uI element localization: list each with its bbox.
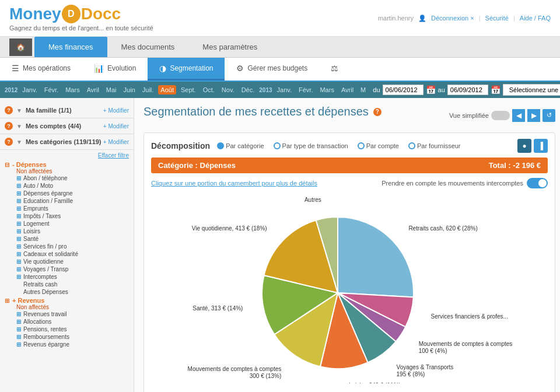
home-button[interactable]: 🏠 xyxy=(9,38,32,56)
categories-help-icon[interactable]: ? xyxy=(5,138,13,146)
radio-par-compte[interactable]: Par compte xyxy=(358,142,399,149)
securite-link[interactable]: Sécurité xyxy=(485,15,509,22)
month-avril[interactable]: Avril xyxy=(85,85,102,94)
du-label: du xyxy=(373,86,380,93)
cat-voyages[interactable]: ⊞Voyages / Transp xyxy=(9,265,129,273)
month-avril2[interactable]: Avril xyxy=(339,85,356,94)
cat-non-affectes-rev[interactable]: Non affectés xyxy=(9,304,129,310)
month-oct[interactable]: Oct. xyxy=(201,85,217,94)
cat-autres-depenses[interactable]: Autres Dépenses xyxy=(9,288,129,296)
tab-mes-parametres[interactable]: Mes paramètres xyxy=(188,37,271,57)
cat-impots-taxes[interactable]: ⊞Impôts / Taxes xyxy=(9,212,129,220)
month-mai[interactable]: Mai xyxy=(104,85,119,94)
radio-label-type: Par type de transaction xyxy=(282,142,348,149)
pie-label-7: Vie quotidienne, 413 € (18%) xyxy=(192,225,267,232)
radio-par-fournisseur[interactable]: Par fournisseur xyxy=(408,142,461,149)
sub-tab-operations[interactable]: ☰ Mes opérations xyxy=(0,58,82,80)
sidebar-famille-left: ? ▼ Ma famille (1/1) xyxy=(5,106,72,114)
comptes-help-icon[interactable]: ? xyxy=(5,122,13,130)
pie-slice-0[interactable] xyxy=(338,217,414,298)
year-2012-label: 2012 xyxy=(5,87,18,93)
period-select[interactable]: Sélectionnez une période xyxy=(503,84,560,96)
sub-tab-segmentation[interactable]: ◑ Segmentation xyxy=(148,58,225,80)
calendar-icon-from[interactable]: 📅 xyxy=(426,85,436,94)
cat-vie-quot[interactable]: ⊞Vie quotidienne xyxy=(9,258,129,265)
from-date-input[interactable] xyxy=(383,85,424,95)
cat-abon-tel[interactable]: ⊞Abon / téléphone xyxy=(9,174,129,182)
sep1: | xyxy=(479,15,481,22)
cat-auto-moto[interactable]: ⊞Auto / Moto xyxy=(9,182,129,190)
cat-sante[interactable]: ⊞Santé xyxy=(9,235,129,243)
cat-retraits-cash[interactable]: Retraits cash xyxy=(9,281,129,288)
clear-filter-link[interactable]: Effacer filtre xyxy=(5,152,129,159)
month-aout[interactable]: Août xyxy=(158,85,176,94)
cat-depenses-epargne[interactable]: ⊞Dépenses épargne xyxy=(9,190,129,197)
cat-revenus-travail[interactable]: ⊞Revenues travail xyxy=(9,310,129,318)
aide-link[interactable]: Aide / FAQ xyxy=(520,15,551,22)
chart-toggle: Prendre en compte les mouvements interco… xyxy=(382,178,548,188)
cat-remboursements[interactable]: ⊞Remboursements xyxy=(9,333,129,341)
month-m[interactable]: M xyxy=(358,85,368,94)
chart-detail-link[interactable]: Cliquez sur une portion du camembert pou… xyxy=(151,180,317,187)
cat-logement[interactable]: ⊞Logement xyxy=(9,220,129,228)
radio-group: Par catégorie Par type de transaction Pa… xyxy=(217,142,460,149)
cat-emprunts[interactable]: ⊞Emprunts xyxy=(9,205,129,212)
tab-mes-finances[interactable]: Mes finances xyxy=(34,37,107,57)
cat-intercomptes[interactable]: ⊞Intercomptes xyxy=(9,273,129,281)
content-help-icon[interactable]: ? xyxy=(373,108,382,116)
bar-chart-view-button[interactable]: ▐ xyxy=(534,139,548,153)
sidebar-comptes-section: ? ▼ Mes comptes (4/4) + Modifier xyxy=(0,118,134,134)
intercomptes-toggle[interactable] xyxy=(527,178,548,188)
month-janv2[interactable]: Janv. xyxy=(275,85,294,94)
revenus-items: Non affectés ⊞Revenues travail ⊞Allocati… xyxy=(5,304,129,348)
pie-chart-view-button[interactable]: ● xyxy=(517,139,531,153)
sidebar: ? ▼ Ma famille (1/1) + Modifier ? ▼ Mes … xyxy=(0,98,134,392)
radio-par-type[interactable]: Par type de transaction xyxy=(274,142,348,149)
radio-par-categorie[interactable]: Par catégorie xyxy=(217,142,264,149)
content-area: Segmentation de mes recettes et dépenses… xyxy=(134,98,560,392)
month-janv[interactable]: Janv. xyxy=(20,85,39,94)
cat-non-affectees[interactable]: Non affectées xyxy=(9,168,129,174)
cat-cadeaux[interactable]: ⊞Cadeaux et solidarité xyxy=(9,250,129,258)
to-date-input[interactable] xyxy=(447,85,488,95)
revenus-label[interactable]: ⊞ + Revenus xyxy=(5,297,129,304)
comptes-modify-link[interactable]: + Modifier xyxy=(103,123,129,130)
sidebar-categories-header[interactable]: ? ▼ Mes catégories (119/119) + Modifier xyxy=(5,138,129,146)
refresh-button[interactable]: ↺ xyxy=(542,109,555,122)
sidebar-comptes-header[interactable]: ? ▼ Mes comptes (4/4) + Modifier xyxy=(5,122,129,130)
sidebar-famille-header[interactable]: ? ▼ Ma famille (1/1) + Modifier xyxy=(5,106,129,114)
logo: Money D Doc c xyxy=(9,5,153,23)
cat-allocations[interactable]: ⊞Allocations xyxy=(9,318,129,326)
categories-modify-link[interactable]: + Modifier xyxy=(103,139,129,145)
sub-tab-budgets[interactable]: ⚙ Gérer mes budgets xyxy=(225,58,319,80)
month-juin[interactable]: Juin xyxy=(121,85,138,94)
sub-tab-balance[interactable]: ⚖ xyxy=(319,58,350,80)
calendar-icon-to[interactable]: 📅 xyxy=(491,85,501,94)
vue-simplifiee-toggle[interactable] xyxy=(491,111,510,120)
month-mars[interactable]: Mars xyxy=(63,85,82,94)
depenses-group: ⊟ - Dépenses Non affectées ⊞Abon / télép… xyxy=(5,161,129,296)
sub-tab-evolution[interactable]: 📊 Evolution xyxy=(82,58,148,80)
cat-education-famille[interactable]: ⊞Education / Famille xyxy=(9,197,129,205)
category-bar: Catégorie : Dépenses Total : -2 196 € xyxy=(151,158,548,173)
month-fevr2[interactable]: Févr. xyxy=(296,85,315,94)
famille-modify-link[interactable]: + Modifier xyxy=(103,107,129,114)
deconnexion-link[interactable]: Déconnexion × xyxy=(431,15,474,22)
cat-pensions[interactable]: ⊞Pensions, rentes xyxy=(9,326,129,333)
famille-help-icon[interactable]: ? xyxy=(5,106,13,114)
month-dec[interactable]: Déc. xyxy=(239,85,257,94)
vue-simplifiee-label: Vue simplifiée xyxy=(449,112,489,119)
nav-next-button[interactable]: ▶ xyxy=(527,109,540,122)
month-fevr[interactable]: Févr. xyxy=(42,85,61,94)
month-sept[interactable]: Sept. xyxy=(178,85,198,94)
cat-revenus-epargne[interactable]: ⊞Revenus épargne xyxy=(9,341,129,348)
month-mars2[interactable]: Mars xyxy=(317,85,336,94)
categories-label: Mes catégories (119/119) xyxy=(26,138,102,145)
month-juil[interactable]: Juil. xyxy=(140,85,156,94)
month-nov[interactable]: Nov. xyxy=(219,85,237,94)
nav-prev-button[interactable]: ◀ xyxy=(512,109,525,122)
tab-mes-documents[interactable]: Mes documents xyxy=(107,37,189,57)
cat-services-fin[interactable]: ⊞Services fin / pro xyxy=(9,243,129,250)
cat-loisirs[interactable]: ⊞Loisirs xyxy=(9,228,129,235)
depenses-label[interactable]: ⊟ - Dépenses xyxy=(5,161,129,168)
